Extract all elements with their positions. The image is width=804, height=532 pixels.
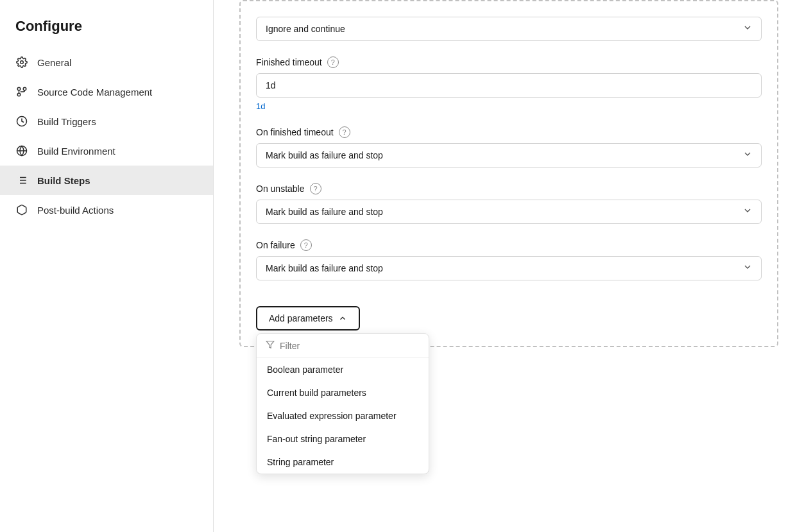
sidebar-item-label: Build Triggers [37,116,96,127]
on-failure-select[interactable]: Mark build as failure and stop Ignore an… [256,256,762,280]
add-parameters-label: Add parameters [269,313,333,323]
main-content: Ignore and continue Mark build as failur… [214,0,804,532]
chevron-up-icon [338,314,347,323]
help-icon[interactable]: ? [327,56,339,68]
box-icon [15,203,28,216]
svg-point-1 [17,87,21,90]
finished-timeout-label: Finished timeout ? [256,56,762,68]
dropdown-item-current-build[interactable]: Current build parameters [257,381,429,404]
list-icon [15,174,28,187]
svg-point-3 [23,87,26,90]
dropdown-item-string[interactable]: String parameter [257,450,429,474]
sidebar-item-label: Build Environment [37,146,115,157]
on-unstable-group: On unstable ? Mark build as failure and … [256,183,762,224]
add-parameters-button[interactable]: Add parameters [256,306,360,330]
help-icon[interactable]: ? [339,126,350,138]
filter-input[interactable] [280,341,420,351]
finished-timeout-group: Finished timeout ? 1d [256,56,762,111]
on-failure-label: On failure ? [256,239,762,251]
dropdown-item-evaluated-expression[interactable]: Evaluated expression parameter [257,404,429,427]
sidebar-item-build-steps[interactable]: Build Steps [0,166,213,195]
help-icon[interactable]: ? [300,239,312,251]
clock-icon [15,115,28,128]
svg-point-0 [21,61,24,64]
filter-icon [266,340,275,351]
finished-timeout-input[interactable] [256,73,762,98]
finished-timeout-hint: 1d [256,101,762,111]
sidebar-item-label: General [37,57,71,68]
globe-icon [15,144,28,157]
top-select-wrapper: Ignore and continue Mark build as failur… [256,17,762,41]
top-select-group: Ignore and continue Mark build as failur… [256,17,762,41]
on-finished-timeout-select-wrapper: Mark build as failure and stop Ignore an… [256,143,762,167]
form-section: Ignore and continue Mark build as failur… [239,0,778,347]
sidebar-item-build-triggers[interactable]: Build Triggers [0,107,213,136]
sidebar-item-post-build[interactable]: Post-build Actions [0,195,213,225]
on-unstable-label: On unstable ? [256,183,762,194]
sidebar-nav: General Source Code Management [0,47,213,225]
page-title: Configure [0,0,213,47]
on-unstable-select[interactable]: Mark build as failure and stop Ignore an… [256,200,762,224]
gear-icon [15,56,28,69]
sidebar-item-build-environment[interactable]: Build Environment [0,136,213,166]
add-parameters-container: Add parameters Boolean parameter Current [256,301,360,330]
top-select[interactable]: Ignore and continue Mark build as failur… [256,17,762,41]
branch-icon [15,85,28,98]
add-parameters-dropdown: Boolean parameter Current build paramete… [256,333,429,474]
help-icon[interactable]: ? [310,183,321,194]
sidebar-item-general[interactable]: General [0,47,213,77]
on-failure-group: On failure ? Mark build as failure and s… [256,239,762,280]
on-finished-timeout-group: On finished timeout ? Mark build as fail… [256,126,762,167]
on-finished-timeout-select[interactable]: Mark build as failure and stop Ignore an… [256,143,762,167]
on-failure-select-wrapper: Mark build as failure and stop Ignore an… [256,256,762,280]
dropdown-item-boolean[interactable]: Boolean parameter [257,358,429,381]
sidebar-item-label: Source Code Management [37,87,152,98]
sidebar-item-label: Post-build Actions [37,205,114,216]
svg-point-2 [17,93,21,96]
on-finished-timeout-label: On finished timeout ? [256,126,762,138]
on-unstable-select-wrapper: Mark build as failure and stop Ignore an… [256,200,762,224]
dropdown-item-fan-out[interactable]: Fan-out string parameter [257,427,429,450]
svg-marker-13 [266,341,274,348]
filter-row [257,334,429,358]
sidebar-item-source-code[interactable]: Source Code Management [0,77,213,107]
sidebar-item-label: Build Steps [37,175,90,186]
sidebar: Configure General Source Code [0,0,214,532]
